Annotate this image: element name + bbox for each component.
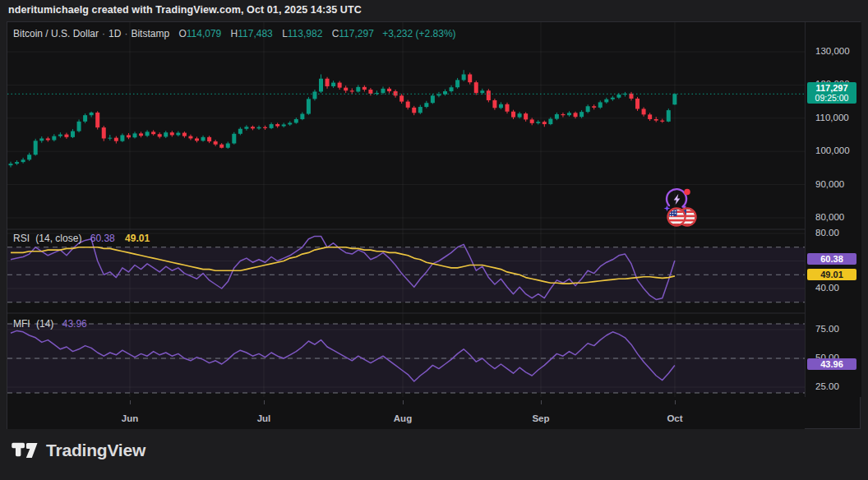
month-label-sep: Sep bbox=[524, 413, 557, 423]
mfi-tick-label: 25.00 bbox=[815, 381, 839, 391]
footer: TradingView bbox=[12, 441, 145, 460]
open-label: O bbox=[178, 28, 186, 39]
month-label-jun: Jun bbox=[113, 413, 146, 423]
rsi-tick-label: 80.00 bbox=[815, 228, 839, 238]
mfi-value-badge: 43.96 bbox=[807, 358, 856, 370]
price-tick-label: 100,000 bbox=[815, 145, 850, 155]
rsi-legend[interactable]: RSI (14, close) 60.38 49.01 bbox=[13, 233, 150, 244]
last-price-badge: 117,29709:25:00 bbox=[807, 82, 856, 104]
rsi-params: (14, close) bbox=[35, 233, 81, 244]
mfi-title[interactable]: MFI bbox=[13, 318, 30, 330]
mfi-legend[interactable]: MFI (14) 43.96 bbox=[13, 318, 87, 330]
low-label: L bbox=[282, 28, 288, 39]
month-tick bbox=[541, 400, 542, 404]
chart-widget: Bitcoin / U.S. Dollar·1D·Bitstamp O114,0… bbox=[7, 21, 861, 429]
legend-separator: · bbox=[124, 28, 127, 39]
low-value: 113,982 bbox=[288, 28, 323, 39]
countdown-timer: 09:25:00 bbox=[807, 93, 856, 103]
rsi-value: 60.38 bbox=[90, 233, 115, 244]
close-value: 117,297 bbox=[339, 28, 374, 39]
high-value: 117,483 bbox=[238, 28, 273, 39]
price-scale[interactable]: 130,000120,000110,000100,00090,00080,000… bbox=[805, 22, 861, 397]
month-tick bbox=[403, 400, 404, 404]
month-tick bbox=[675, 400, 676, 404]
symbol-legend[interactable]: Bitcoin / U.S. Dollar·1D·Bitstamp O114,0… bbox=[13, 28, 456, 39]
exchange-label: Bitstamp bbox=[131, 28, 169, 39]
tradingview-logo-text: TradingView bbox=[46, 441, 145, 460]
high-label: H bbox=[231, 28, 238, 39]
legend-separator: · bbox=[102, 28, 105, 39]
tradingview-logo[interactable]: TradingView bbox=[12, 441, 145, 460]
month-tick bbox=[130, 400, 131, 404]
tradingview-logo-mark bbox=[12, 441, 39, 460]
open-value: 114,079 bbox=[187, 28, 222, 39]
interval-label[interactable]: 1D bbox=[108, 28, 121, 39]
flag-coins-icon bbox=[667, 208, 695, 225]
rsi-title[interactable]: RSI bbox=[13, 233, 30, 244]
price-tick-label: 110,000 bbox=[815, 113, 849, 122]
mfi-value: 43.96 bbox=[62, 318, 87, 330]
change-value: +3,232 (+2.83%) bbox=[382, 28, 455, 39]
price-tick-label: 130,000 bbox=[815, 46, 850, 56]
attribution-bar: nderitumichaelg created with TradingView… bbox=[8, 4, 362, 16]
month-tick bbox=[264, 400, 265, 404]
chart-canvas[interactable] bbox=[7, 22, 805, 397]
mfi-params: (14) bbox=[36, 318, 53, 330]
month-label-aug: Aug bbox=[386, 413, 419, 423]
month-label-jul: Jul bbox=[247, 413, 280, 423]
price-tick-label: 80,000 bbox=[815, 212, 844, 222]
price-tick-label: 90,000 bbox=[815, 179, 844, 189]
rsi-value-badge: 49.01 bbox=[807, 269, 856, 280]
time-scale[interactable]: JunJulAugSepOct bbox=[7, 397, 805, 429]
rsi-tick-label: 40.00 bbox=[815, 283, 839, 293]
rsi-ma-value: 49.01 bbox=[125, 233, 150, 244]
attribution-text: nderitumichaelg created with TradingView… bbox=[8, 4, 362, 16]
mfi-tick-label: 75.00 bbox=[815, 324, 839, 334]
last-price-value: 117,297 bbox=[807, 83, 856, 93]
month-label-oct: Oct bbox=[658, 413, 691, 423]
page: nderitumichaelg created with TradingView… bbox=[0, 0, 868, 480]
rsi-value-badge: 60.38 bbox=[807, 253, 856, 265]
symbol-name[interactable]: Bitcoin / U.S. Dollar bbox=[13, 28, 99, 39]
